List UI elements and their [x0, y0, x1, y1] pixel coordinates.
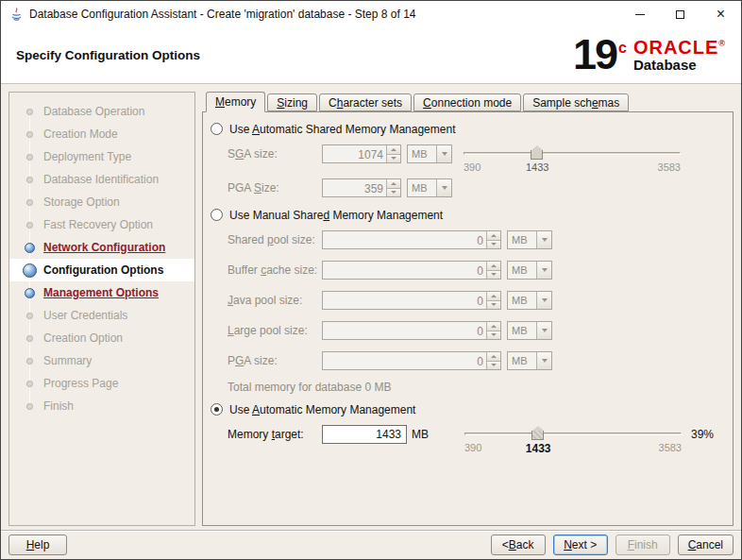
- tab-sizing[interactable]: Sizing: [267, 93, 317, 111]
- slider-track: [464, 152, 681, 155]
- finish-button: Finish: [616, 535, 670, 555]
- amm-radio-label: Use Automatic Memory Management: [229, 403, 415, 416]
- manual-rows: Shared pool size:0MBBuffer cache size:0M…: [211, 229, 725, 371]
- window-title: Database Configuration Assistant - Creat…: [29, 8, 619, 21]
- memory-target-unit: MB: [412, 428, 429, 441]
- step-dot-icon: [26, 313, 33, 319]
- memory-target-row: Memory target: MB 390 1433 3583 39%: [228, 424, 725, 445]
- msmm-radio[interactable]: [211, 209, 223, 221]
- page-header: Specify Configuration Options 19c ORACLE…: [1, 27, 741, 84]
- step-label: Network Configuration: [43, 241, 165, 254]
- total-memory-text: Total memory for database 0 MB: [228, 381, 725, 395]
- step-label: Database Operation: [43, 105, 144, 118]
- sidebar-step-database-operation: Database Operation: [9, 100, 194, 123]
- sidebar-step-creation-option: Creation Option: [9, 327, 194, 349]
- oracle-19c-logo: 19c ORACLE® Database: [573, 37, 726, 73]
- page-title: Specify Configuration Options: [16, 48, 200, 62]
- dropdown-arrow-icon: [536, 231, 551, 248]
- dropdown-arrow-icon: [436, 145, 451, 162]
- spinner-up-icon: [486, 352, 500, 361]
- step-label: Database Identification: [43, 173, 159, 186]
- java-pool-size-spinner: 0: [322, 291, 501, 310]
- slider-thumb[interactable]: [531, 426, 544, 440]
- cancel-button[interactable]: Cancel: [678, 535, 734, 555]
- step-label: Creation Option: [43, 331, 123, 345]
- sidebar-step-configuration-options: Configuration Options: [9, 259, 194, 281]
- tab-connection-mode[interactable]: Connection mode: [413, 93, 521, 111]
- asmm-radio[interactable]: [211, 123, 223, 135]
- amm-radio-row: Use Automatic Memory Management: [211, 402, 725, 416]
- tab-character-sets[interactable]: Character sets: [319, 93, 412, 111]
- sga-memory-slider: 390 1433 3583: [464, 144, 681, 163]
- sidebar-step-progress-page: Progress Page: [9, 372, 194, 395]
- logo-19-number: 19: [573, 30, 616, 78]
- spinner-up-icon: [386, 179, 400, 188]
- maximize-button[interactable]: [660, 1, 700, 27]
- spinner-down-icon: [486, 300, 500, 310]
- dbca-window: Database Configuration Assistant - Creat…: [0, 0, 742, 560]
- large-pool-size-label: Large pool size:: [228, 324, 322, 337]
- tab-memory[interactable]: Memory: [206, 92, 265, 112]
- pga-size-unit-combo: MB: [507, 351, 552, 370]
- logo-19c: 19c: [573, 37, 627, 73]
- slider-value-label: 1433: [526, 442, 551, 455]
- sidebar-step-summary: Summary: [9, 349, 194, 372]
- next-button[interactable]: Next >: [553, 535, 608, 555]
- step-dot-icon: [26, 381, 33, 387]
- step-dot-icon: [26, 403, 33, 410]
- row-shared-pool-size: Shared pool size:0MB: [228, 229, 725, 250]
- slider-track[interactable]: [464, 433, 682, 435]
- close-icon: ×: [717, 7, 725, 22]
- sga-size-value: 1074: [323, 145, 386, 162]
- large-pool-size-spinner: 0: [322, 321, 501, 340]
- memory-target-input[interactable]: [322, 425, 407, 444]
- step-orb-icon: [25, 243, 35, 253]
- step-label: User Credentials: [43, 309, 127, 322]
- java-pool-size-label: Java pool size:: [228, 294, 322, 307]
- sidebar-step-storage-option: Storage Option: [9, 191, 194, 213]
- spinner-down-icon: [386, 188, 400, 197]
- step-dot-icon: [26, 199, 33, 206]
- slider-min-label: 390: [464, 161, 481, 173]
- row-large-pool-size: Large pool size:0MB: [228, 320, 725, 341]
- nav-buttons: < Back Next > Finish Cancel: [491, 535, 734, 555]
- memory-target-label: Memory target:: [228, 428, 322, 441]
- spinner-up-icon: [386, 145, 400, 154]
- java-app-icon: [9, 7, 24, 22]
- pga-unit-combo: MB: [407, 178, 452, 197]
- slider-min-label: 390: [464, 442, 481, 453]
- tab-sample-schemas[interactable]: Sample schemas: [523, 93, 629, 111]
- step-label: Deployment Type: [43, 150, 131, 163]
- step-dot-icon: [26, 358, 33, 365]
- sidebar-step-management-options[interactable]: Management Options: [9, 281, 194, 304]
- minimize-button[interactable]: [619, 1, 660, 27]
- asmm-radio-row: Use Automatic Shared Memory Management: [211, 122, 725, 136]
- spinner-up-icon: [486, 231, 500, 240]
- sidebar-step-fast-recovery-option: Fast Recovery Option: [9, 213, 194, 236]
- amm-radio[interactable]: [211, 403, 223, 416]
- slider-thumb-body: [531, 150, 543, 160]
- memory-target-slider[interactable]: 390 1433 3583: [464, 425, 682, 444]
- dropdown-arrow-icon: [536, 262, 551, 279]
- slider-thumb-body: [531, 431, 544, 440]
- database-wordmark: Database: [633, 58, 726, 73]
- maximize-icon: [676, 10, 684, 19]
- sidebar-step-deployment-type: Deployment Type: [9, 145, 194, 168]
- sidebar-step-network-configuration[interactable]: Network Configuration: [9, 236, 194, 259]
- pga-size-label: PGA size:: [228, 354, 322, 367]
- close-button[interactable]: ×: [700, 1, 741, 27]
- title-bar: Database Configuration Assistant - Creat…: [1, 1, 741, 27]
- pga-size-spinner: 0: [322, 351, 501, 370]
- dropdown-arrow-icon: [536, 292, 551, 309]
- sga-size-label: SGA size:: [228, 147, 322, 161]
- shared-pool-size-unit-combo: MB: [507, 230, 552, 249]
- buffer-cache-size-label: Buffer cache size:: [228, 263, 322, 277]
- row-pga-size: PGA size:0MB: [228, 350, 725, 371]
- msmm-radio-label: Use Manual Shared Memory Management: [229, 209, 443, 222]
- back-button[interactable]: < Back: [491, 535, 546, 555]
- body-area: Database OperationCreation ModeDeploymen…: [1, 84, 741, 530]
- help-button[interactable]: Help: [8, 535, 67, 555]
- steps-sidebar: Database OperationCreation ModeDeploymen…: [8, 92, 195, 526]
- sga-size-spinner: 1074: [322, 144, 401, 163]
- shared-pool-size-spinner: 0: [322, 230, 501, 249]
